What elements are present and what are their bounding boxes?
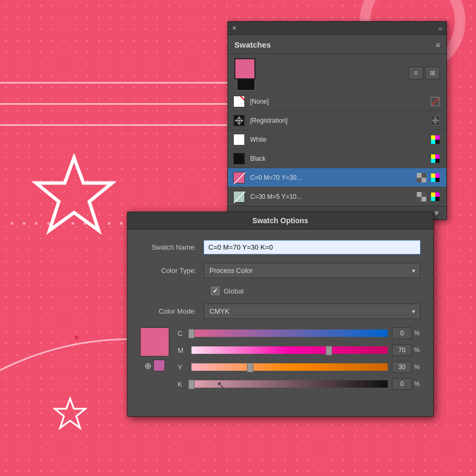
svg-rect-22 xyxy=(422,173,426,178)
decorative-line-3 xyxy=(0,124,227,126)
svg-rect-19 xyxy=(435,159,440,163)
svg-rect-34 xyxy=(431,193,435,197)
panel-header: Swatches ≡ xyxy=(228,35,446,54)
dialog-titlebar: Swatch Options xyxy=(127,212,433,230)
dialog-title: Swatch Options xyxy=(252,216,308,225)
swatch-type-icon-cmyk1-checker xyxy=(416,172,427,184)
swatch-color-white xyxy=(233,134,245,145)
color-mode-select[interactable]: CMYK RGB Lab Grayscale xyxy=(204,304,420,319)
m-slider-thumb[interactable] xyxy=(326,346,332,355)
y-slider-label: Y xyxy=(178,363,187,371)
swatch-type-icon-cmyk2 xyxy=(429,191,441,203)
panel-close-button[interactable]: × xyxy=(232,24,236,32)
k-slider-row: K 0 % xyxy=(178,378,420,390)
swatch-row-cmyk2[interactable]: C=30 M=5 Y=10... xyxy=(228,187,446,206)
svg-rect-27 xyxy=(431,178,435,182)
swatch-color-black xyxy=(233,153,245,164)
y-slider-value[interactable]: 30 xyxy=(392,361,412,373)
swatch-name-black: Black xyxy=(250,155,427,162)
swatch-list: [None] [Registration] xyxy=(228,92,446,206)
swatch-name-input[interactable] xyxy=(204,240,420,254)
c-slider-thumb[interactable] xyxy=(188,329,195,338)
y-slider-track[interactable] xyxy=(191,363,388,371)
foreground-color-box[interactable] xyxy=(234,58,255,79)
swatch-type-icon-none xyxy=(429,96,441,107)
color-mode-select-wrapper: CMYK RGB Lab Grayscale ▾ xyxy=(204,304,420,319)
panel-menu-icon[interactable]: ≡ xyxy=(436,41,440,49)
global-checkbox-label: Global xyxy=(224,287,244,295)
swatch-type-icon-white xyxy=(429,134,441,145)
svg-rect-36 xyxy=(431,197,435,201)
m-slider-value[interactable]: 70 xyxy=(392,344,412,356)
x-mark-decoration: × xyxy=(74,333,79,343)
panel-expand-icon[interactable]: ▼ xyxy=(433,209,440,217)
swatch-row-none[interactable]: [None] xyxy=(228,92,446,111)
sliders-section: ⊕ C 0 % M xyxy=(140,327,420,395)
svg-rect-21 xyxy=(417,173,422,178)
grid-view-button[interactable]: ⊞ xyxy=(425,67,440,79)
swatch-color-cmyk1 xyxy=(233,172,245,184)
color-preview-swatch: ⊕ xyxy=(140,327,169,395)
y-slider-thumb[interactable] xyxy=(247,363,253,372)
swatch-type-icon-black xyxy=(429,153,441,164)
color-type-row: Color Type: Process Color Spot Color ▾ xyxy=(140,263,420,278)
swatch-name-registration: [Registration] xyxy=(250,117,427,124)
svg-rect-24 xyxy=(422,178,426,182)
c-slider-track[interactable] xyxy=(191,329,388,337)
swatch-type-icon-registration xyxy=(429,115,441,126)
swatch-color-none xyxy=(233,96,245,107)
preview-swatch-main xyxy=(140,327,169,356)
y-slider-pct: % xyxy=(414,363,420,371)
panel-title: Swatches xyxy=(234,40,271,49)
preview-icons-row: ⊕ xyxy=(144,360,165,371)
svg-line-20 xyxy=(234,172,245,184)
svg-rect-33 xyxy=(422,197,426,202)
decorative-line-1 xyxy=(0,82,227,84)
svg-rect-35 xyxy=(435,193,440,197)
swatch-row-cmyk1[interactable]: C=0 M=70 Y=30... xyxy=(228,168,446,187)
sliders-area: C 0 % M 70 % Y xyxy=(178,327,420,395)
k-slider-label: K xyxy=(178,380,187,388)
c-slider-value[interactable]: 0 xyxy=(392,327,412,339)
view-toggle-buttons: ≡ ⊞ xyxy=(408,67,440,79)
svg-rect-18 xyxy=(431,159,435,163)
color-mode-label: Color Mode: xyxy=(140,307,204,315)
svg-line-29 xyxy=(234,191,245,203)
svg-rect-26 xyxy=(435,173,440,178)
color-type-label: Color Type: xyxy=(140,267,204,274)
swatch-row-black[interactable]: Black xyxy=(228,149,446,168)
swatch-color-registration xyxy=(233,115,245,126)
k-slider-track[interactable] xyxy=(191,380,388,388)
k-slider-thumb[interactable] xyxy=(188,380,195,389)
k-slider-value[interactable]: 0 xyxy=(392,378,412,390)
m-slider-pct: % xyxy=(414,346,420,354)
k-slider-pct: % xyxy=(414,380,420,388)
decorative-line-2 xyxy=(0,103,227,105)
svg-rect-17 xyxy=(435,154,440,159)
svg-rect-31 xyxy=(422,192,426,197)
color-type-select-wrapper: Process Color Spot Color ▾ xyxy=(204,263,420,278)
global-checkbox-row: ✓ Global xyxy=(140,287,420,295)
svg-rect-37 xyxy=(435,197,440,201)
swatch-type-icon-cmyk2-checker xyxy=(416,191,427,203)
c-slider-label: C xyxy=(178,329,187,337)
color-type-select[interactable]: Process Color Spot Color xyxy=(204,263,420,278)
list-view-button[interactable]: ≡ xyxy=(408,67,423,79)
panel-collapse-icon[interactable]: » xyxy=(438,24,442,32)
svg-rect-30 xyxy=(417,192,422,197)
svg-rect-25 xyxy=(431,173,435,178)
swatch-name-white: White xyxy=(250,136,427,143)
swatch-options-dialog: Swatch Options Swatch Name: Color Type: … xyxy=(127,212,434,417)
y-slider-row: Y 30 % xyxy=(178,361,420,373)
global-checkbox[interactable]: ✓ xyxy=(211,287,219,295)
m-slider-track[interactable] xyxy=(191,346,388,354)
m-slider-row: M 70 % xyxy=(178,344,420,356)
preview-swatch-small xyxy=(153,360,165,371)
swatch-row-white[interactable]: White xyxy=(228,130,446,149)
swatch-row-registration[interactable]: [Registration] xyxy=(228,111,446,130)
star-small-icon xyxy=(53,397,87,431)
panel-titlebar: × » xyxy=(228,22,446,35)
swatch-list-container: [None] [Registration] xyxy=(228,92,446,219)
svg-rect-32 xyxy=(417,197,422,202)
color-mode-row: Color Mode: CMYK RGB Lab Grayscale ▾ xyxy=(140,304,420,319)
